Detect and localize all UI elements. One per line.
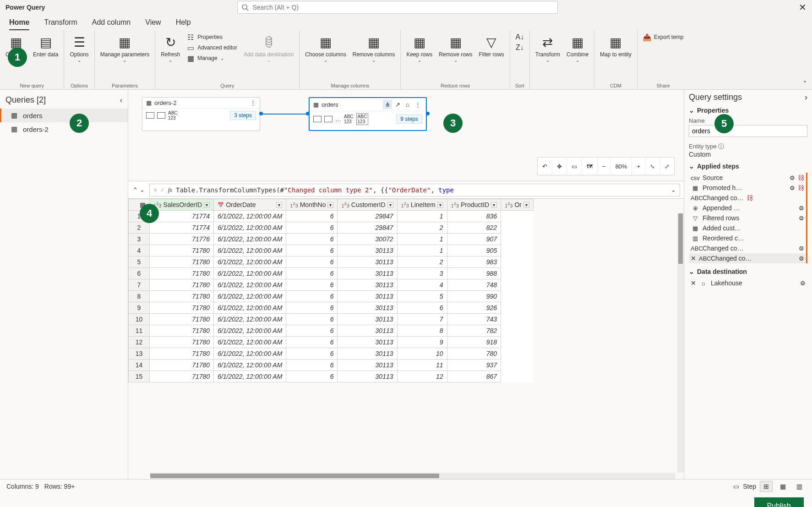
undo-icon[interactable]: ↶ — [538, 158, 552, 175]
cell[interactable]: 6 — [286, 291, 338, 302]
query-item-orders[interactable]: ▦ orders — [0, 109, 128, 122]
row-number[interactable]: 14 — [129, 360, 150, 371]
table-row[interactable]: 3717766/1/2022, 12:00:00 AM6300721907 — [129, 234, 534, 245]
cell[interactable]: 29847 — [338, 211, 397, 222]
row-number[interactable]: 5 — [129, 256, 150, 268]
cell[interactable]: 3 — [397, 268, 447, 279]
cell[interactable]: 6 — [286, 245, 338, 256]
gear-icon[interactable]: ⚙ — [799, 215, 804, 222]
filter-rows-button[interactable]: ▽Filter rows — [476, 32, 507, 60]
applied-step[interactable]: ABCChanged co…⛓ — [689, 193, 806, 203]
properties-section[interactable]: Properties — [689, 107, 807, 114]
table-row[interactable]: 1717746/1/2022, 12:00:00 AM6298471836 — [129, 211, 534, 222]
cell[interactable]: 836 — [447, 211, 501, 222]
advanced-editor-button[interactable]: ▭Advanced editor — [184, 43, 240, 53]
map-icon[interactable]: 🗺 — [582, 158, 598, 175]
row-number[interactable]: 2 — [129, 222, 150, 234]
collapse-queries-icon[interactable]: ‹ — [120, 96, 122, 104]
row-number[interactable]: 7 — [129, 279, 150, 291]
cell[interactable]: 71780 — [150, 245, 214, 256]
cancel-formula-icon[interactable]: ✕ — [153, 186, 157, 193]
cell[interactable]: 937 — [447, 360, 501, 371]
enter-data-button[interactable]: ▤Enter data — [30, 32, 61, 60]
cell[interactable]: 6/1/2022, 12:00:00 AM — [214, 325, 286, 337]
tab-transform[interactable]: Transform — [44, 18, 77, 30]
diagram-view[interactable]: ▦orders-2⋮ ABC1233 steps ▦orders ⋔ ↗ ⌂ ⋮… — [128, 90, 684, 181]
step-prev-icon[interactable]: ⌃ — [133, 186, 138, 193]
cell[interactable]: 1 — [397, 211, 447, 222]
tab-add-column[interactable]: Add column — [92, 18, 131, 30]
cell[interactable]: 71780 — [150, 291, 214, 302]
node-more-icon[interactable]: ⋮ — [250, 99, 256, 106]
close-icon[interactable]: ✕ — [799, 2, 807, 13]
expand-icon[interactable]: ⤢ — [660, 158, 674, 175]
cell[interactable]: 30113 — [338, 268, 397, 279]
options-button[interactable]: ☰Options⌄ — [67, 32, 91, 65]
cell[interactable]: 6/1/2022, 12:00:00 AM — [214, 211, 286, 222]
cell[interactable]: 867 — [447, 371, 501, 382]
cell[interactable]: 71774 — [150, 211, 214, 222]
cell[interactable]: 6 — [286, 222, 338, 234]
filter-dropdown-icon[interactable]: ▾ — [276, 202, 282, 208]
table-row[interactable]: 2717746/1/2022, 12:00:00 AM6298472822 — [129, 222, 534, 234]
cell[interactable]: 983 — [447, 256, 501, 268]
cell[interactable]: 30113 — [338, 360, 397, 371]
diagram-node-orders[interactable]: ▦orders ⋔ ↗ ⌂ ⋮ …ABC123ABC1239 steps — [309, 97, 427, 131]
zoom-out-icon[interactable]: − — [598, 158, 611, 175]
table-row[interactable]: 13717806/1/2022, 12:00:00 AM63011310780 — [129, 348, 534, 360]
row-number[interactable]: 13 — [129, 348, 150, 360]
gear-icon[interactable]: ⚙ — [800, 280, 806, 287]
cell[interactable]: 71780 — [150, 279, 214, 291]
cell[interactable]: 905 — [447, 245, 501, 256]
filter-dropdown-icon[interactable]: ▾ — [327, 202, 333, 208]
data-grid[interactable]: ▦123SalesOrderID▾📅OrderDate▾123MonthNo▾1… — [128, 199, 684, 479]
zoom-in-icon[interactable]: + — [632, 158, 645, 175]
cell[interactable]: 6/1/2022, 12:00:00 AM — [214, 314, 286, 325]
cell[interactable]: 990 — [447, 291, 501, 302]
gear-icon[interactable]: ⚙ — [790, 185, 795, 191]
table-row[interactable]: 9717806/1/2022, 12:00:00 AM6301136926 — [129, 302, 534, 314]
applied-steps-section[interactable]: Applied steps — [689, 163, 807, 170]
row-number[interactable]: 8 — [129, 291, 150, 302]
delete-dest-icon[interactable]: ✕ — [691, 279, 696, 287]
column-header[interactable]: 123CustomerID▾ — [338, 199, 397, 211]
applied-step[interactable]: csvSource⚙⛓ — [689, 173, 806, 183]
cell[interactable]: 6 — [286, 211, 338, 222]
vertical-scrollbar[interactable] — [677, 213, 684, 473]
data-destination-section[interactable]: Data destination — [689, 268, 807, 275]
properties-button[interactable]: ☷Properties — [184, 32, 240, 42]
cell[interactable]: 71774 — [150, 222, 214, 234]
cell[interactable]: 71780 — [150, 325, 214, 337]
search-box[interactable] — [237, 1, 558, 14]
applied-step[interactable]: ▦Promoted h…⚙⛓ — [689, 183, 806, 193]
cell[interactable]: 1 — [397, 234, 447, 245]
collapse-icon[interactable]: ⤡ — [645, 158, 660, 175]
row-number[interactable]: 11 — [129, 325, 150, 337]
node-more-icon[interactable]: ⋮ — [413, 100, 422, 109]
cell[interactable]: 6/1/2022, 12:00:00 AM — [214, 245, 286, 256]
table-row[interactable]: 8717806/1/2022, 12:00:00 AM6301135990 — [129, 291, 534, 302]
filter-dropdown-icon[interactable]: ▾ — [491, 202, 497, 208]
diagram-node-orders-2[interactable]: ▦orders-2⋮ ABC1233 steps — [142, 97, 260, 131]
step-next-icon[interactable]: ⌄ — [140, 186, 145, 193]
manage-button[interactable]: ▦Manage⌄ — [184, 53, 240, 63]
applied-step[interactable]: ▥Reordered c… — [689, 233, 806, 243]
table-row[interactable]: 5717806/1/2022, 12:00:00 AM6301132983 — [129, 256, 534, 268]
table-row[interactable]: 6717806/1/2022, 12:00:00 AM6301133988 — [129, 268, 534, 279]
cell[interactable]: 6/1/2022, 12:00:00 AM — [214, 337, 286, 348]
gear-icon[interactable]: ⚙ — [790, 174, 795, 181]
row-number[interactable]: 6 — [129, 268, 150, 279]
column-header[interactable]: 123Or▾ — [501, 199, 534, 211]
table-row[interactable]: 10717806/1/2022, 12:00:00 AM6301137743 — [129, 314, 534, 325]
column-header[interactable]: 123ProductID▾ — [447, 199, 501, 211]
cell[interactable]: 71780 — [150, 348, 214, 360]
row-number[interactable]: 3 — [129, 234, 150, 245]
cell[interactable]: 71780 — [150, 337, 214, 348]
node-home-ictitle=[interactable]: ⌂ — [403, 100, 412, 109]
cell[interactable]: 30113 — [338, 279, 397, 291]
cell[interactable]: 6 — [286, 325, 338, 337]
node-share-icon[interactable]: ⋔ — [383, 100, 392, 109]
tab-home[interactable]: Home — [9, 18, 29, 30]
search-input[interactable] — [252, 4, 554, 11]
map-entity-button[interactable]: ▦Map to entity — [597, 32, 634, 60]
